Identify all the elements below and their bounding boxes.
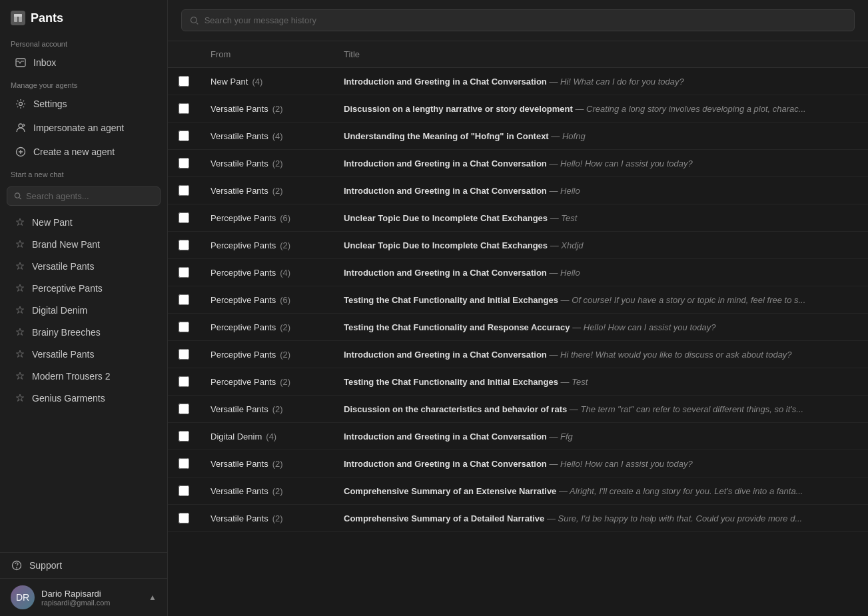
- row-title: Testing the Chat Functionality and Respo…: [344, 322, 570, 332]
- search-agents-input[interactable]: [26, 191, 153, 201]
- sidebar-item-agent[interactable]: Modern Trousers 2: [4, 366, 163, 387]
- sidebar-item-impersonate[interactable]: Impersonate an agent: [4, 117, 163, 139]
- row-checkbox[interactable]: [179, 212, 189, 223]
- table-row[interactable]: Versatile Pants (2) Discussion on the ch…: [168, 396, 868, 423]
- sidebar-item-agent[interactable]: Digital Denim: [4, 300, 163, 321]
- row-checkbox-cell: [168, 177, 200, 204]
- row-title: Introduction and Greeting in a Chat Conv…: [344, 432, 547, 442]
- message-search-input[interactable]: [205, 15, 846, 25]
- sidebar-item-inbox[interactable]: Inbox: [4, 51, 163, 74]
- row-checkbox[interactable]: [179, 294, 189, 305]
- row-checkbox-cell: [168, 341, 200, 368]
- sidebar-item-agent[interactable]: Genius Garments: [4, 388, 163, 409]
- from-count: (2): [272, 459, 283, 469]
- sidebar-item-agent[interactable]: Versatile Pants: [4, 256, 163, 277]
- row-title: Introduction and Greeting in a Chat Conv…: [344, 186, 547, 196]
- table-row[interactable]: Versatile Pants (4) Understanding the Me…: [168, 123, 868, 150]
- row-checkbox[interactable]: [179, 103, 189, 114]
- sidebar-item-agent[interactable]: New Pant: [4, 212, 163, 233]
- sidebar-item-agent[interactable]: Versatile Pants: [4, 344, 163, 365]
- sidebar-item-settings[interactable]: Settings: [4, 93, 163, 115]
- row-checkbox[interactable]: [179, 240, 189, 250]
- agent-name: Digital Denim: [32, 305, 87, 316]
- row-checkbox[interactable]: [179, 376, 189, 387]
- from-agent: Perceptive Pants: [211, 377, 276, 387]
- row-checkbox[interactable]: [179, 513, 189, 523]
- table-row[interactable]: Versatile Pants (2) Introduction and Gre…: [168, 177, 868, 204]
- row-preview: — Hello! How can I assist you today?: [572, 322, 715, 332]
- from-count: (6): [280, 295, 290, 305]
- col-checkbox: [168, 41, 200, 68]
- user-profile[interactable]: DR Dario Rapisardi rapisardi@gmail.com ▲: [0, 578, 167, 616]
- user-name: Dario Rapisardi: [41, 589, 142, 599]
- row-preview: — Hi there! What would you like to discu…: [549, 350, 791, 360]
- sidebar-item-agent[interactable]: Brand New Pant: [4, 234, 163, 255]
- table-row[interactable]: Versatile Pants (2) Introduction and Gre…: [168, 150, 868, 177]
- table-row[interactable]: Perceptive Pants (6) Testing the Chat Fu…: [168, 286, 868, 314]
- row-title-cell: Introduction and Greeting in a Chat Conv…: [333, 68, 868, 95]
- row-title-cell: Discussion on a lengthy narrative or sto…: [333, 95, 868, 123]
- sidebar-item-support[interactable]: Support: [0, 553, 167, 578]
- svg-point-4: [19, 103, 23, 106]
- from-count: (2): [280, 350, 290, 360]
- row-checkbox[interactable]: [179, 267, 189, 278]
- svg-point-9: [191, 17, 197, 23]
- from-count: (2): [272, 158, 283, 168]
- table-header: From Title: [168, 41, 868, 68]
- star-icon: [15, 393, 25, 404]
- row-checkbox[interactable]: [179, 185, 189, 196]
- row-preview: — Creating a long story involves develop…: [576, 104, 806, 114]
- row-checkbox[interactable]: [179, 431, 189, 442]
- row-checkbox[interactable]: [179, 404, 189, 414]
- row-checkbox[interactable]: [179, 76, 189, 87]
- table-row[interactable]: Versatile Pants (2) Comprehensive Summar…: [168, 505, 868, 532]
- sidebar-item-create-agent[interactable]: Create a new agent: [4, 141, 163, 163]
- table-row[interactable]: Digital Denim (4) Introduction and Greet…: [168, 423, 868, 450]
- row-from-cell: New Pant (4): [200, 68, 333, 95]
- message-search-bar[interactable]: [181, 9, 855, 31]
- table-row[interactable]: Versatile Pants (2) Discussion on a leng…: [168, 95, 868, 123]
- sidebar-item-agent[interactable]: Perceptive Pants: [4, 278, 163, 299]
- from-agent: Versatile Pants: [211, 513, 268, 523]
- row-title: Introduction and Greeting in a Chat Conv…: [344, 158, 547, 168]
- table-row[interactable]: Perceptive Pants (2) Testing the Chat Fu…: [168, 314, 868, 341]
- from-count: (2): [272, 513, 283, 523]
- row-title: Comprehensive Summary of a Detailed Narr…: [344, 513, 544, 523]
- table-row[interactable]: Versatile Pants (2) Introduction and Gre…: [168, 450, 868, 477]
- row-preview: — Hofng: [551, 131, 585, 141]
- row-from: Versatile Pants (2): [211, 404, 322, 414]
- svg-point-7: [15, 193, 19, 198]
- from-agent: Perceptive Pants: [211, 322, 276, 332]
- agent-name: New Pant: [32, 217, 73, 228]
- from-agent: Versatile Pants: [211, 158, 268, 168]
- from-count: (2): [272, 104, 283, 114]
- app-logo: Pants: [0, 0, 167, 33]
- row-title: Introduction and Greeting in a Chat Conv…: [344, 459, 547, 469]
- row-from: Perceptive Pants (6): [211, 295, 322, 305]
- row-from-cell: Perceptive Pants (6): [200, 204, 333, 232]
- star-icon: [15, 371, 25, 382]
- row-from: Perceptive Pants (2): [211, 240, 322, 250]
- table-row[interactable]: Perceptive Pants (2) Introduction and Gr…: [168, 341, 868, 368]
- agent-search-bar[interactable]: [7, 186, 161, 206]
- row-title: Testing the Chat Functionality and Initi…: [344, 295, 558, 305]
- row-from-cell: Versatile Pants (4): [200, 123, 333, 150]
- table-row[interactable]: Perceptive Pants (6) Unclear Topic Due t…: [168, 204, 868, 232]
- row-checkbox[interactable]: [179, 458, 189, 469]
- table-row[interactable]: Perceptive Pants (2) Unclear Topic Due t…: [168, 232, 868, 259]
- row-checkbox[interactable]: [179, 131, 189, 141]
- row-checkbox[interactable]: [179, 349, 189, 360]
- table-row[interactable]: New Pant (4) Introduction and Greeting i…: [168, 68, 868, 95]
- sidebar-item-agent[interactable]: Brainy Breeches: [4, 322, 163, 343]
- row-checkbox[interactable]: [179, 485, 189, 496]
- col-title: Title: [333, 41, 868, 68]
- row-from: Perceptive Pants (2): [211, 377, 322, 387]
- table-row[interactable]: Versatile Pants (2) Comprehensive Summar…: [168, 477, 868, 505]
- row-from: Perceptive Pants (6): [211, 213, 322, 223]
- row-checkbox[interactable]: [179, 322, 189, 332]
- row-title: Introduction and Greeting in a Chat Conv…: [344, 350, 547, 360]
- table-row[interactable]: Perceptive Pants (2) Testing the Chat Fu…: [168, 368, 868, 396]
- support-icon: [11, 559, 23, 571]
- table-row[interactable]: Perceptive Pants (4) Introduction and Gr…: [168, 259, 868, 286]
- row-checkbox[interactable]: [179, 158, 189, 168]
